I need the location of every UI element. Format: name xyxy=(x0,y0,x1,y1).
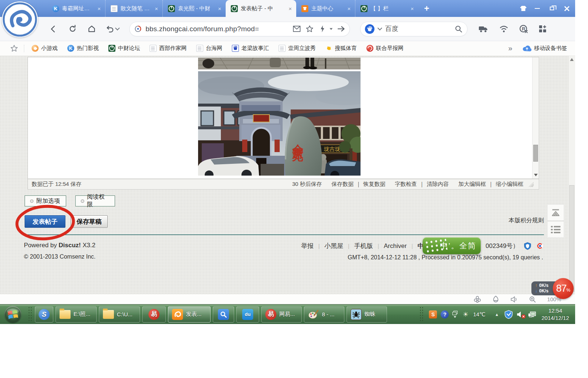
bookmarks-overflow-button[interactable]: » xyxy=(508,44,512,53)
taskbar-search-app[interactable] xyxy=(213,306,234,323)
clear-content-link[interactable]: 清除内容 xyxy=(427,181,449,188)
enlarge-editor-link[interactable]: 加大编辑框 xyxy=(458,181,486,188)
flash-icon[interactable] xyxy=(319,25,326,33)
bookmark-taihai[interactable]: 台海网 xyxy=(196,45,222,52)
memory-usage-ball[interactable]: 87 % xyxy=(553,278,574,299)
address-bar[interactable]: bbs.zhongcai.com/forum.php?mod= xyxy=(129,22,350,36)
help-icon[interactable]: ? xyxy=(441,310,449,318)
zoom-icon[interactable] xyxy=(529,296,536,303)
bookmark-movies[interactable]: K热门影视 xyxy=(67,45,99,52)
credit-rules-link[interactable]: 本版积分规则 xyxy=(509,217,544,224)
discuz-brand[interactable]: Discuz! xyxy=(59,242,81,249)
mobile-bookmarks-button[interactable]: 移动设备书签 xyxy=(523,45,567,52)
mail-icon[interactable] xyxy=(293,25,301,33)
home-button[interactable] xyxy=(85,23,98,35)
search-icon[interactable] xyxy=(455,25,463,33)
taskbar-sogou-browser[interactable]: S xyxy=(35,306,53,323)
search-box[interactable] xyxy=(360,22,467,36)
bookmark-west-writers[interactable]: 西部作家网 xyxy=(150,45,187,52)
favorites-star-icon[interactable] xyxy=(10,44,18,52)
tab-essay[interactable]: 散文随笔 - 随 × xyxy=(105,0,162,17)
pc-manager-shield-icon[interactable] xyxy=(505,310,513,318)
flash-dropdown-icon[interactable] xyxy=(330,28,333,30)
editor-scroll-down-icon[interactable] xyxy=(534,174,538,176)
back-button[interactable] xyxy=(47,23,60,35)
favorite-star-icon[interactable] xyxy=(306,25,313,33)
back-to-top-button[interactable] xyxy=(547,204,564,221)
window-switch-tray[interactable] xyxy=(452,311,458,318)
sogou-ime-icon[interactable]: S xyxy=(429,310,437,318)
tab-close-icon[interactable]: × xyxy=(217,6,222,12)
page-scrollbar-thumb[interactable] xyxy=(569,185,574,292)
weather-sun-icon[interactable]: ☀ xyxy=(461,310,469,318)
taskbar-folder-c[interactable]: C:\U... xyxy=(99,306,140,323)
url-text[interactable]: bbs.zhongcai.com/forum.php?mod= xyxy=(146,25,293,33)
taskbar-uc-browser-active[interactable]: 发表... xyxy=(168,306,211,323)
scroll-up-icon[interactable] xyxy=(570,58,574,61)
archiver-link[interactable]: Archiver xyxy=(384,242,406,250)
minimize-button[interactable] xyxy=(530,2,544,15)
blackhouse-link[interactable]: 小黑屋 xyxy=(325,242,343,250)
apps-button[interactable] xyxy=(537,23,549,35)
taskbar-netease[interactable]: 易 网易... xyxy=(261,306,302,323)
taskbar-folder-e[interactable]: E:\照... xyxy=(55,306,97,323)
close-button[interactable] xyxy=(560,2,574,15)
wifi-button[interactable] xyxy=(498,23,510,35)
restore-data-link[interactable]: 恢复数据 xyxy=(363,181,386,188)
undo-button[interactable] xyxy=(104,23,121,35)
page-scrollbar[interactable] xyxy=(568,56,575,294)
refresh-button[interactable] xyxy=(66,23,79,35)
downloads-button[interactable] xyxy=(477,23,490,35)
boss-key-flower-icon[interactable] xyxy=(474,296,481,303)
tray-clock[interactable]: 12:54 2014/12/12 xyxy=(540,307,571,322)
tab-close-icon[interactable]: × xyxy=(154,6,159,12)
taskbar-paint[interactable]: 8 - ... xyxy=(304,306,344,323)
bookmark-zaobao[interactable]: 联合早报网 xyxy=(366,45,404,52)
tab-dubai-sites[interactable]: K 毒霸网址大全 × xyxy=(47,0,105,17)
tab-close-icon[interactable]: × xyxy=(347,6,351,12)
taskbar-grip[interactable] xyxy=(28,306,32,323)
credit-badge-icon[interactable] xyxy=(536,242,544,250)
bookmark-laoliang[interactable]: 老梁故事汇 xyxy=(232,45,269,52)
uc-browser-logo[interactable] xyxy=(2,1,38,37)
tab-bracket[interactable]: 【 】栏 × xyxy=(355,0,418,17)
post-editor[interactable]: 珑吉珑 余家苑 xyxy=(28,57,539,179)
tab-profile[interactable]: 袁光熙 - 中财 × xyxy=(162,0,226,17)
save-draft-button[interactable]: 保存草稿 xyxy=(71,215,108,228)
start-button[interactable] xyxy=(4,306,21,323)
editor-scrollbar[interactable] xyxy=(532,57,539,179)
no-trace-icon[interactable] xyxy=(492,296,499,303)
save-data-link[interactable]: 保存数据 xyxy=(331,181,354,188)
editor-scrollbar-thumb[interactable] xyxy=(533,145,538,162)
extra-options-button[interactable]: 附加选项 xyxy=(25,195,66,206)
undo-dropdown-icon[interactable] xyxy=(115,26,120,30)
security-shield-icon[interactable] xyxy=(524,242,531,250)
taskbar-spider-solitaire[interactable]: 蜘蛛 xyxy=(347,306,387,323)
tab-post-thread-active[interactable]: 发表帖子 - 中 × xyxy=(226,0,296,17)
report-link[interactable]: 举报 xyxy=(301,242,313,250)
taskbar-baidu-music[interactable]: du xyxy=(236,306,259,323)
resize-grip-icon[interactable] xyxy=(528,182,534,187)
search-input[interactable] xyxy=(385,25,433,33)
tab-theme-center[interactable]: 主题中心 × xyxy=(296,0,355,17)
bookmark-sohu-sports[interactable]: 搜狐体育 xyxy=(325,45,357,52)
bookmark-games[interactable]: 小游戏 xyxy=(32,45,58,52)
bookmark-libo-show[interactable]: 壹周立波秀 xyxy=(279,45,316,52)
show-hidden-icons[interactable]: ▲ xyxy=(493,310,501,318)
bookmark-zhongcai-forum[interactable]: 中财论坛 xyxy=(108,45,140,52)
tab-close-icon[interactable]: × xyxy=(97,6,101,12)
engine-dropdown-icon[interactable] xyxy=(377,26,382,30)
shrink-editor-link[interactable]: 缩小编辑框 xyxy=(496,181,523,188)
tab-close-icon[interactable]: × xyxy=(410,6,415,12)
tray-grip[interactable] xyxy=(419,306,424,323)
read-permission-button[interactable]: 阅读权限 xyxy=(75,195,115,206)
post-thread-button[interactable]: 发表帖子 xyxy=(25,215,65,228)
thread-list-button[interactable] xyxy=(547,221,564,238)
taskbar-netease-reader[interactable]: 易 xyxy=(142,306,166,323)
restore-button[interactable] xyxy=(545,2,559,15)
skin-button[interactable] xyxy=(516,2,530,15)
volume-muted-icon[interactable] xyxy=(516,310,524,318)
sound-icon[interactable] xyxy=(510,296,518,303)
tab-close-icon[interactable]: × xyxy=(288,6,293,12)
network-icon[interactable] xyxy=(528,310,536,318)
